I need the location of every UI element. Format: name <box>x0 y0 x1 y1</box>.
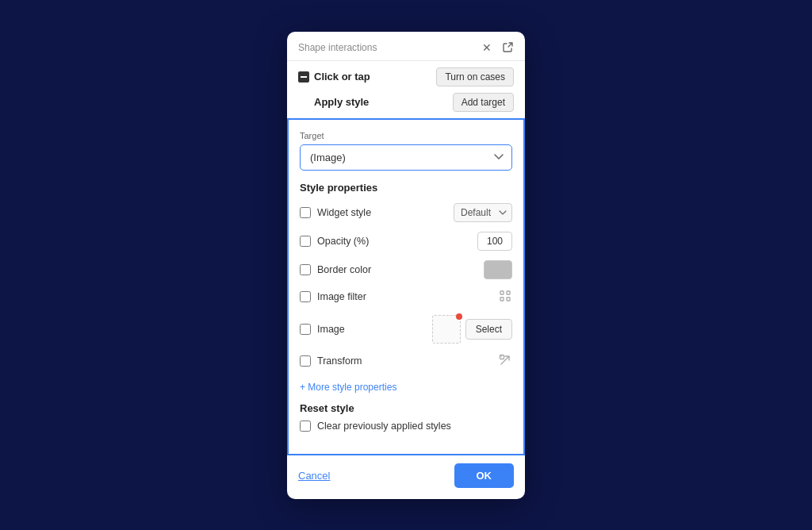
dialog-title: Shape interactions <box>298 42 377 53</box>
dialog-header: Shape interactions ✕ <box>287 32 525 61</box>
widget-style-label: Widget style <box>317 207 447 218</box>
more-style-properties-link[interactable]: + More style properties <box>300 382 396 393</box>
svg-rect-4 <box>500 355 504 359</box>
widget-style-select[interactable]: Default Custom <box>454 203 512 222</box>
transform-row: Transform <box>300 353 512 370</box>
image-filter-control <box>498 289 512 305</box>
svg-rect-2 <box>500 298 504 301</box>
filter-icon[interactable] <box>498 289 512 305</box>
transform-checkbox[interactable] <box>300 355 311 367</box>
widget-style-control: Default Custom <box>454 203 512 222</box>
apply-style-row: Apply style Add target <box>287 91 525 118</box>
cancel-button[interactable]: Cancel <box>298 470 330 482</box>
border-color-checkbox[interactable] <box>300 264 311 275</box>
transform-control <box>498 353 512 370</box>
image-placeholder[interactable] <box>432 315 461 344</box>
apply-style-label: Apply style <box>298 96 369 108</box>
image-filter-label: Image filter <box>317 291 492 302</box>
target-select[interactable]: (Image) (Self) (Parent) (None) <box>300 144 512 171</box>
svg-rect-3 <box>507 298 510 301</box>
border-color-label: Border color <box>317 264 477 275</box>
border-color-row: Border color <box>300 260 512 279</box>
target-label: Target <box>300 131 512 140</box>
image-checkbox[interactable] <box>300 324 311 335</box>
dialog-footer: Cancel OK <box>287 455 525 499</box>
opacity-row: Opacity (%) <box>300 232 512 251</box>
reset-style-title: Reset style <box>300 402 512 414</box>
image-label: Image <box>317 324 426 335</box>
opacity-label: Opacity (%) <box>317 236 471 247</box>
close-icon[interactable]: ✕ <box>481 41 493 54</box>
image-control: Select <box>432 315 512 344</box>
opacity-input[interactable] <box>477 232 512 251</box>
opacity-control <box>477 232 512 251</box>
style-properties-title: Style properties <box>300 182 512 194</box>
transform-icon[interactable] <box>498 353 512 370</box>
shape-interactions-dialog: Shape interactions ✕ Click or tap Turn o… <box>287 32 525 499</box>
svg-rect-1 <box>507 291 510 294</box>
select-image-button[interactable]: Select <box>465 319 512 340</box>
external-link-icon[interactable] <box>501 41 514 54</box>
interaction-left: Click or tap <box>298 71 370 83</box>
border-color-control <box>484 260 512 279</box>
clear-styles-label: Clear previously applied styles <box>317 421 451 432</box>
add-target-button[interactable]: Add target <box>453 93 514 112</box>
image-filter-row: Image filter <box>300 289 512 305</box>
image-error-dot <box>456 313 462 320</box>
turn-on-cases-button[interactable]: Turn on cases <box>436 67 514 86</box>
dialog-body: Target (Image) (Self) (Parent) (None) St… <box>287 118 525 455</box>
widget-style-checkbox[interactable] <box>300 207 311 218</box>
image-filter-checkbox[interactable] <box>300 291 311 302</box>
clear-styles-checkbox[interactable] <box>300 421 311 432</box>
clear-styles-row: Clear previously applied styles <box>300 421 512 432</box>
opacity-checkbox[interactable] <box>300 236 311 247</box>
widget-style-row: Widget style Default Custom <box>300 203 512 222</box>
ok-button[interactable]: OK <box>454 463 515 488</box>
svg-rect-0 <box>500 291 504 294</box>
image-row: Image Select <box>300 315 512 344</box>
interaction-row: Click or tap Turn on cases <box>287 61 525 91</box>
border-color-swatch[interactable] <box>484 260 512 279</box>
collapse-icon[interactable] <box>298 71 309 83</box>
transform-label: Transform <box>317 355 492 367</box>
header-icons: ✕ <box>481 41 514 54</box>
click-or-tap-label: Click or tap <box>314 71 370 83</box>
